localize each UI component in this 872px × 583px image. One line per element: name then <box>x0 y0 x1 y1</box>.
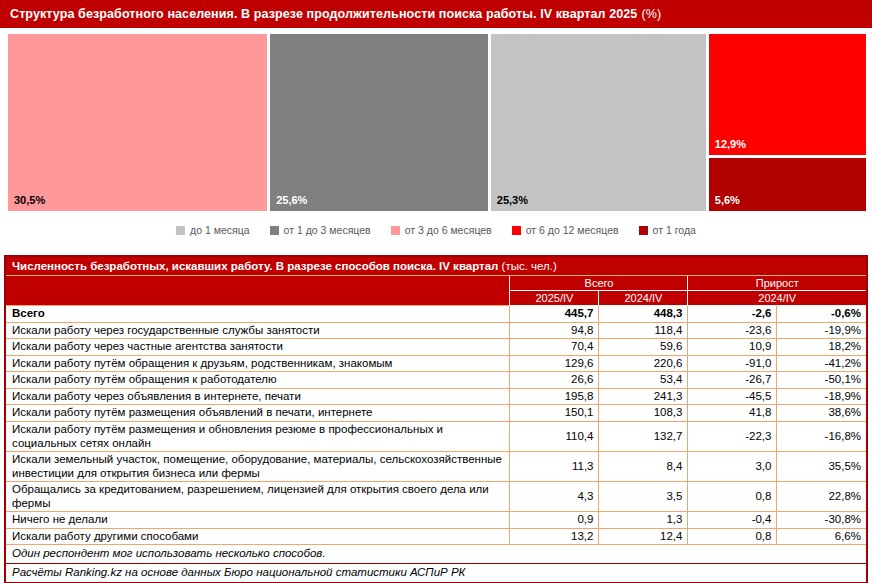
chart-title: Структура безработного населения. В разр… <box>10 7 637 21</box>
cell-value: 1,3 <box>599 512 688 529</box>
cell-value: -23,6 <box>688 322 777 339</box>
cell-value: 241,3 <box>599 388 688 405</box>
cell-value: 448,3 <box>599 306 688 323</box>
table-row: Искали работу путём размещения и обновле… <box>6 421 866 451</box>
cell-value: 53,4 <box>599 372 688 389</box>
cell-value: 129,6 <box>510 355 599 372</box>
cell-value: 108,3 <box>599 405 688 422</box>
row-label: Искали работу путём обращения к друзьям,… <box>6 355 510 372</box>
legend-label: от 1 года <box>653 224 696 236</box>
cell-value: -41,2% <box>777 355 866 372</box>
table-row: Искали работу другими способами 13,2 12,… <box>6 528 866 545</box>
group-header-growth: Прирост <box>688 276 866 291</box>
row-label: Искали работу путём размещения и обновле… <box>6 421 510 451</box>
cell-value: 12,4 <box>599 528 688 545</box>
table-title-row: Численность безработных, искавших работу… <box>6 257 866 276</box>
legend-item: до 1 месяца <box>176 224 250 236</box>
table-row: Искали работу путём обращения к друзьям,… <box>6 355 866 372</box>
legend-swatch-light-gray-icon <box>176 226 185 235</box>
cell-value: -26,7 <box>688 372 777 389</box>
segment-value-label: 30,5% <box>14 194 45 206</box>
row-label: Обращались за кредитованием, разрешением… <box>6 482 510 512</box>
row-label: Искали земельный участок, помещение, обо… <box>6 452 510 482</box>
cell-value: 150,1 <box>510 405 599 422</box>
cell-value: 3,5 <box>599 482 688 512</box>
table-title: Численность безработных, искавших работу… <box>12 260 498 272</box>
table-row-total: Всего 445,7 448,3 -2,6 -0,6% <box>6 306 866 323</box>
source-text: Расчёты Ranking.kz на основе данных Бюро… <box>6 564 866 582</box>
cell-value: 35,5% <box>777 452 866 482</box>
cell-value: -19,9% <box>777 322 866 339</box>
cell-value: -16,8% <box>777 421 866 451</box>
legend-item: от 1 до 3 месяцев <box>270 224 371 236</box>
legend-swatch-pink-icon <box>391 226 400 235</box>
legend-label: от 3 до 6 месяцев <box>405 224 492 236</box>
table-title-cell: Численность безработных, искавших работу… <box>6 257 866 276</box>
legend-swatch-dark-gray-icon <box>270 226 279 235</box>
treemap-segment-6-12-months: 12,9% <box>709 34 866 155</box>
cell-value: -2,6 <box>688 306 777 323</box>
cell-value: 220,6 <box>599 355 688 372</box>
cell-value: -0,6% <box>777 306 866 323</box>
segment-value-label: 5,6% <box>715 194 740 206</box>
cell-value: -50,1% <box>777 372 866 389</box>
row-label: Ничего не делали <box>6 512 510 529</box>
column-header-growth-2024: 2024/IV <box>688 291 866 306</box>
treemap-segment-3-6-months: 30,5% <box>8 34 267 211</box>
cell-value: -22,3 <box>688 421 777 451</box>
treemap-segment-1-3-months: 25,6% <box>270 34 488 211</box>
legend-label: от 1 до 3 месяцев <box>284 224 371 236</box>
row-label: Всего <box>6 306 510 323</box>
table-row: Искали работу через государственные служ… <box>6 322 866 339</box>
search-methods-table-container: Численность безработных, искавших работу… <box>4 255 868 583</box>
cell-value: 26,6 <box>510 372 599 389</box>
table-group-header-row: Всего Прирост <box>6 276 866 291</box>
search-methods-table: Численность безработных, искавших работу… <box>6 257 866 582</box>
cell-value: 0,8 <box>688 528 777 545</box>
cell-value: 41,8 <box>688 405 777 422</box>
table-source-row: Расчёты Ranking.kz на основе данных Бюро… <box>6 564 866 582</box>
chart-title-bar: Структура безработного населения. В разр… <box>0 0 872 28</box>
column-header-2025: 2025/IV <box>510 291 599 306</box>
cell-value: 195,8 <box>510 388 599 405</box>
table-row: Искали работу через объявления в интерне… <box>6 388 866 405</box>
treemap-chart: 30,5% 25,6% 25,3% 12,9% 5,6% <box>8 34 866 211</box>
row-label: Искали работу другими способами <box>6 528 510 545</box>
infographic-page: Структура безработного населения. В разр… <box>0 0 872 583</box>
cell-value: 10,9 <box>688 339 777 356</box>
legend-swatch-red-icon <box>512 226 521 235</box>
table-footnote-row: Один респондент мог использовать несколь… <box>6 545 866 564</box>
cell-value: 70,4 <box>510 339 599 356</box>
row-label: Искали работу через государственные служ… <box>6 322 510 339</box>
cell-value: 8,4 <box>599 452 688 482</box>
table-row: Искали работу через частные агентства за… <box>6 339 866 356</box>
cell-value: 445,7 <box>510 306 599 323</box>
column-header-2024: 2024/IV <box>599 291 688 306</box>
cell-value: 4,3 <box>510 482 599 512</box>
cell-value: 0,9 <box>510 512 599 529</box>
segment-value-label: 25,6% <box>276 194 307 206</box>
cell-value: 132,7 <box>599 421 688 451</box>
row-label: Искали работу через частные агентства за… <box>6 339 510 356</box>
cell-value: 13,2 <box>510 528 599 545</box>
legend-label: до 1 месяца <box>190 224 250 236</box>
table-row: Искали работу путём обращения к работода… <box>6 372 866 389</box>
table-row: Обращались за кредитованием, разрешением… <box>6 482 866 512</box>
treemap-right-column: 12,9% 5,6% <box>709 34 866 211</box>
row-label: Искали работу путём размещения объявлени… <box>6 405 510 422</box>
treemap-segment-over-1-year: 5,6% <box>709 158 866 211</box>
cell-value: 22,8% <box>777 482 866 512</box>
cell-value: -0,4 <box>688 512 777 529</box>
cell-value: 59,6 <box>599 339 688 356</box>
legend-swatch-dark-red-icon <box>639 226 648 235</box>
table-row: Искали земельный участок, помещение, обо… <box>6 452 866 482</box>
cell-value: -18,9% <box>777 388 866 405</box>
chart-title-unit: (%) <box>641 7 661 21</box>
group-header-total: Всего <box>510 276 688 291</box>
row-label: Искали работу путём обращения к работода… <box>6 372 510 389</box>
legend-item: от 1 года <box>639 224 696 236</box>
cell-value: 110,4 <box>510 421 599 451</box>
segment-value-label: 25,3% <box>497 194 528 206</box>
table-row: Ничего не делали 0,9 1,3 -0,4 -30,8% <box>6 512 866 529</box>
cell-value: -45,5 <box>688 388 777 405</box>
